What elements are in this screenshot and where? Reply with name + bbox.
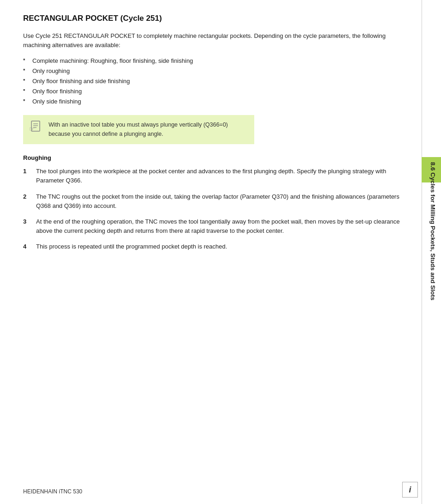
num-1: 1 <box>23 167 32 176</box>
text-3: At the end of the roughing operation, th… <box>36 217 403 236</box>
footer-brand: HEIDENHAIN iTNC 530 <box>23 488 82 495</box>
num-4: 4 <box>23 242 32 251</box>
svg-text:☞: ☞ <box>29 125 35 133</box>
page-container: 8.6 Cycles for Milling Pockets, Studs an… <box>0 0 441 504</box>
bullet-item-2: Only roughing <box>23 66 403 76</box>
info-icon-box: i <box>402 482 418 498</box>
numbered-item-3: 3 At the end of the roughing operation, … <box>23 217 403 236</box>
text-4: This process is repeated until the progr… <box>36 242 403 251</box>
text-1: The tool plunges into the workpiece at t… <box>36 167 403 185</box>
bullet-item-1: Complete machining: Roughing, floor fini… <box>23 56 403 66</box>
bullet-list: Complete machining: Roughing, floor fini… <box>23 56 403 107</box>
page-title: RECTANGULAR POCKET (Cycle 251) <box>23 14 403 23</box>
main-content: RECTANGULAR POCKET (Cycle 251) Use Cycle… <box>0 0 422 504</box>
numbered-item-4: 4 This process is repeated until the pro… <box>23 242 403 251</box>
info-box: ☞ With an inactive tool table you must a… <box>23 115 254 144</box>
section-heading: Roughing <box>23 154 403 161</box>
info-box-text: With an inactive tool table you must alw… <box>49 121 247 139</box>
bullet-item-3: Only floor finishing and side finishing <box>23 76 403 86</box>
numbered-list: 1 The tool plunges into the workpiece at… <box>23 167 403 251</box>
text-2: The TNC roughs out the pocket from the i… <box>36 192 403 211</box>
bullet-item-4: Only floor finishing <box>23 86 403 97</box>
numbered-item-2: 2 The TNC roughs out the pocket from the… <box>23 192 403 211</box>
num-3: 3 <box>23 217 32 226</box>
info-box-icon: ☞ <box>29 121 43 133</box>
page-footer: HEIDENHAIN iTNC 530 411 <box>23 488 418 495</box>
info-icon-letter: i <box>409 485 411 495</box>
num-2: 2 <box>23 192 32 201</box>
intro-text: Use Cycle 251 RECTANGULAR POCKET to comp… <box>23 31 403 49</box>
right-sidebar: 8.6 Cycles for Milling Pockets, Studs an… <box>422 0 441 504</box>
numbered-item-1: 1 The tool plunges into the workpiece at… <box>23 167 403 185</box>
sidebar-label: 8.6 Cycles for Milling Pockets, Studs an… <box>430 162 437 300</box>
bullet-item-5: Only side finishing <box>23 97 403 107</box>
sidebar-rotated-text: 8.6 Cycles for Milling Pockets, Studs an… <box>423 23 441 439</box>
